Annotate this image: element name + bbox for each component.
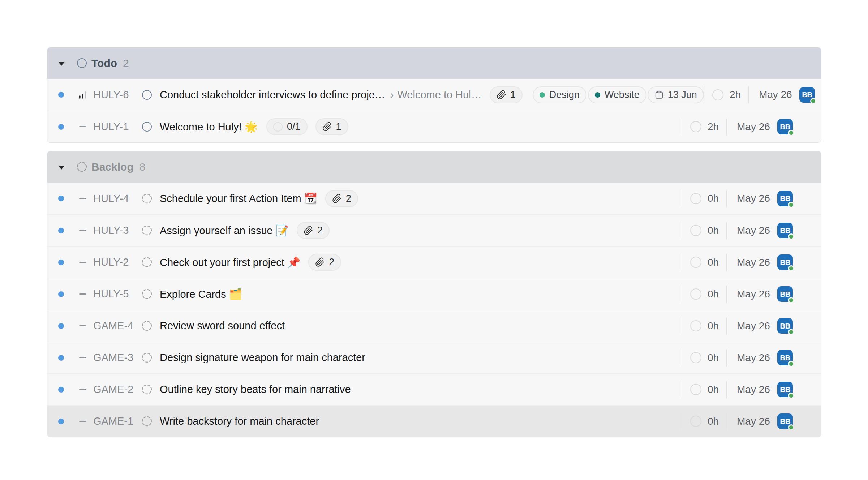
issue-row[interactable]: HULY-1 Welcome to Huly! 🌟 0/1 1 2h May 2… xyxy=(47,111,821,142)
label-badge[interactable]: Website xyxy=(588,86,646,103)
project-color-dot xyxy=(58,92,64,98)
estimation-value: 0h xyxy=(708,193,719,204)
label-name: Design xyxy=(549,89,580,100)
priority-icon[interactable] xyxy=(78,290,87,298)
priority-icon[interactable] xyxy=(78,353,87,362)
priority-icon[interactable] xyxy=(78,226,87,235)
group-title: Todo xyxy=(91,57,117,69)
assignee-avatar[interactable]: BB xyxy=(777,191,793,206)
estimation[interactable]: 0h xyxy=(690,257,726,268)
priority-icon[interactable] xyxy=(78,91,87,99)
issue-row[interactable]: GAME-1 Write backstory for main characte… xyxy=(47,405,821,437)
issue-title[interactable]: Review sword sound effect xyxy=(160,320,285,332)
avatar-initials: BB xyxy=(780,417,790,426)
estimation[interactable]: 0h xyxy=(690,288,726,300)
group-count: 8 xyxy=(139,161,146,173)
issue-title[interactable]: Design signature weapon for main charact… xyxy=(160,352,365,364)
issue-status-icon[interactable] xyxy=(142,384,152,395)
parent-issue-title: Welcome to Hul… xyxy=(398,89,482,101)
parent-issue-link[interactable]: › Welcome to Hul… xyxy=(390,89,482,101)
label-badge[interactable]: Design xyxy=(533,86,586,103)
divider xyxy=(682,286,682,303)
issue-row[interactable]: GAME-4 Review sword sound effect 0h May … xyxy=(47,310,821,342)
issue-row[interactable]: HULY-3 Assign yourself an issue 📝 2 0h M… xyxy=(47,214,821,246)
issue-status-icon[interactable] xyxy=(142,416,152,427)
issue-id: GAME-3 xyxy=(93,352,142,364)
issue-title[interactable]: Outline key story beats for main narrati… xyxy=(160,383,351,395)
online-status-dot xyxy=(788,393,794,399)
divider xyxy=(726,381,727,398)
priority-icon[interactable] xyxy=(78,194,87,203)
assignee-avatar[interactable]: BB xyxy=(777,382,793,397)
divider xyxy=(748,86,749,103)
project-color-dot xyxy=(58,196,64,201)
issue-title[interactable]: Welcome to Huly! 🌟 xyxy=(160,121,258,133)
estimation-icon xyxy=(690,193,701,204)
assignee-avatar[interactable]: BB xyxy=(777,223,793,238)
issue-status-icon[interactable] xyxy=(142,225,152,236)
assignee-avatar[interactable]: BB xyxy=(777,119,793,134)
group-header[interactable]: Backlog 8 xyxy=(47,151,821,183)
estimation[interactable]: 0h xyxy=(690,384,726,395)
estimation-value: 0h xyxy=(708,225,719,236)
chevron-down-icon[interactable] xyxy=(58,62,65,66)
attachments-badge[interactable]: 1 xyxy=(490,86,523,103)
avatar-initials: BB xyxy=(780,194,790,203)
issue-status-icon[interactable] xyxy=(142,257,152,267)
priority-icon[interactable] xyxy=(78,258,87,266)
issue-title[interactable]: Write backstory for main character xyxy=(160,415,319,427)
issue-title[interactable]: Assign yourself an issue 📝 xyxy=(160,224,289,237)
issue-title[interactable]: Check out your first project 📌 xyxy=(160,256,300,269)
group-header[interactable]: Todo 2 xyxy=(47,47,821,79)
due-date-badge[interactable]: 13 Jun xyxy=(648,86,704,103)
estimation[interactable]: 0h xyxy=(690,416,726,427)
estimation[interactable]: 0h xyxy=(690,320,726,332)
priority-icon[interactable] xyxy=(78,385,87,394)
estimation[interactable]: 0h xyxy=(690,193,726,204)
issue-row[interactable]: GAME-3 Design signature weapon for main … xyxy=(47,342,821,373)
assignee-avatar[interactable]: BB xyxy=(777,254,793,270)
attachments-badge[interactable]: 2 xyxy=(297,222,330,239)
issue-row[interactable]: HULY-2 Check out your first project 📌 2 … xyxy=(47,246,821,278)
issue-row[interactable]: HULY-4 Schedule your first Action Item 📆… xyxy=(47,183,821,214)
priority-icon[interactable] xyxy=(78,417,87,425)
issue-id: GAME-1 xyxy=(93,415,142,427)
assignee-avatar[interactable]: BB xyxy=(777,286,793,302)
issue-status-icon[interactable] xyxy=(142,193,152,204)
issue-row[interactable]: GAME-2 Outline key story beats for main … xyxy=(47,373,821,405)
issue-title[interactable]: Schedule your first Action Item 📆 xyxy=(160,192,317,205)
assignee-avatar[interactable]: BB xyxy=(777,350,793,365)
assignee-avatar[interactable]: BB xyxy=(777,318,793,334)
estimation-icon xyxy=(712,89,723,100)
priority-icon[interactable] xyxy=(78,322,87,330)
issue-status-icon[interactable] xyxy=(142,289,152,299)
attachments-badge[interactable]: 2 xyxy=(325,190,358,207)
issue-status-icon[interactable] xyxy=(142,321,152,331)
issue-status-icon[interactable] xyxy=(142,90,152,100)
issue-status-icon[interactable] xyxy=(142,121,152,132)
divider xyxy=(726,222,727,239)
estimation[interactable]: 2h xyxy=(690,121,726,133)
online-status-dot xyxy=(788,265,794,271)
assignee-avatar[interactable]: BB xyxy=(799,87,815,103)
assignee-avatar[interactable]: BB xyxy=(777,413,793,429)
estimation[interactable]: 0h xyxy=(690,225,726,236)
chevron-down-icon[interactable] xyxy=(58,166,65,170)
attachments-badge[interactable]: 2 xyxy=(308,254,341,271)
issue-id: HULY-2 xyxy=(93,256,142,268)
group-title: Backlog xyxy=(91,161,134,173)
issue-title[interactable]: Conduct stakeholder interviews to define… xyxy=(160,89,385,101)
issue-status-icon[interactable] xyxy=(142,352,152,363)
group-count: 2 xyxy=(123,57,129,69)
estimation[interactable]: 0h xyxy=(690,352,726,364)
issue-title[interactable]: Explore Cards 🗂️ xyxy=(160,288,242,300)
issue-row[interactable]: HULY-5 Explore Cards 🗂️ 0h May 26 BB xyxy=(47,278,821,310)
issue-row[interactable]: HULY-6 Conduct stakeholder interviews to… xyxy=(47,79,821,111)
subissues-count: 0/1 xyxy=(287,121,301,132)
online-status-dot xyxy=(788,329,794,335)
attachments-badge[interactable]: 1 xyxy=(315,118,348,135)
estimation[interactable]: 2h xyxy=(712,89,748,100)
priority-icon[interactable] xyxy=(78,123,87,131)
row-meta: 0h May 26 BB xyxy=(682,254,821,271)
subissues-badge[interactable]: 0/1 xyxy=(266,118,308,135)
